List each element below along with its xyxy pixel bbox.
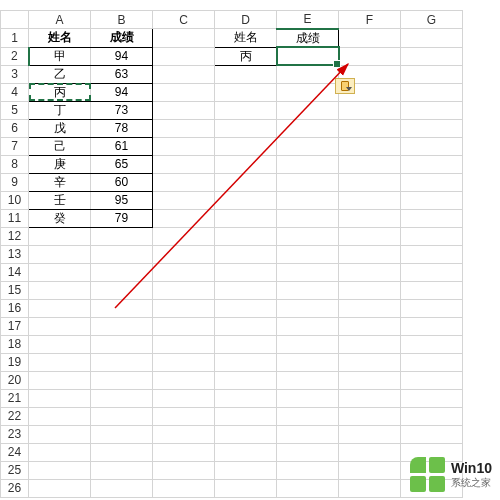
row-header-19[interactable]: 19 xyxy=(1,353,29,371)
cell-c1[interactable] xyxy=(153,29,215,48)
cell-g1[interactable] xyxy=(401,29,463,48)
cell-c3[interactable] xyxy=(153,65,215,83)
paste-options-button[interactable] xyxy=(335,78,355,94)
row-header-8[interactable]: 8 xyxy=(1,155,29,173)
row-header-16[interactable]: 16 xyxy=(1,299,29,317)
col-header-a[interactable]: A xyxy=(29,11,91,29)
cell-b5[interactable]: 73 xyxy=(91,101,153,119)
cell-c2[interactable] xyxy=(153,47,215,65)
cell-b2[interactable]: 94 xyxy=(91,47,153,65)
row-header-5[interactable]: 5 xyxy=(1,101,29,119)
row-header-25[interactable]: 25 xyxy=(1,461,29,479)
row-header-24[interactable]: 24 xyxy=(1,443,29,461)
cell-e3[interactable] xyxy=(277,65,339,83)
watermark-logo-icon xyxy=(410,457,445,492)
row-header-10[interactable]: 10 xyxy=(1,191,29,209)
col-header-f[interactable]: F xyxy=(339,11,401,29)
cell-d2[interactable]: 丙 xyxy=(215,47,277,65)
row-header-14[interactable]: 14 xyxy=(1,263,29,281)
row-header-23[interactable]: 23 xyxy=(1,425,29,443)
cell-a2[interactable]: 甲 xyxy=(29,47,91,65)
cell-b9[interactable]: 60 xyxy=(91,173,153,191)
cell-b8[interactable]: 65 xyxy=(91,155,153,173)
col-header-b[interactable]: B xyxy=(91,11,153,29)
cell-a1[interactable]: 姓名 xyxy=(29,29,91,48)
row-header-7[interactable]: 7 xyxy=(1,137,29,155)
row-header-6[interactable]: 6 xyxy=(1,119,29,137)
row-header-4[interactable]: 4 xyxy=(1,83,29,101)
cell-b3[interactable]: 63 xyxy=(91,65,153,83)
cell-e1[interactable]: 成绩 xyxy=(277,29,339,48)
row-header-17[interactable]: 17 xyxy=(1,317,29,335)
col-header-g[interactable]: G xyxy=(401,11,463,29)
cell-d4[interactable] xyxy=(215,83,277,101)
cell-a10[interactable]: 壬 xyxy=(29,191,91,209)
row-header-26[interactable]: 26 xyxy=(1,479,29,497)
cell-a8[interactable]: 庚 xyxy=(29,155,91,173)
cell-g2[interactable] xyxy=(401,47,463,65)
row-header-11[interactable]: 11 xyxy=(1,209,29,227)
cell-b1[interactable]: 成绩 xyxy=(91,29,153,48)
row-header-21[interactable]: 21 xyxy=(1,389,29,407)
cell-f2[interactable] xyxy=(339,47,401,65)
cell-b11[interactable]: 79 xyxy=(91,209,153,227)
spreadsheet-grid[interactable]: A B C D E F G 1 姓名 成绩 姓名 成绩 2 甲 94 丙 3 乙… xyxy=(0,10,463,498)
row-header-12[interactable]: 12 xyxy=(1,227,29,245)
cell-a7[interactable]: 己 xyxy=(29,137,91,155)
row-header-18[interactable]: 18 xyxy=(1,335,29,353)
cell-d1[interactable]: 姓名 xyxy=(215,29,277,48)
row-header-3[interactable]: 3 xyxy=(1,65,29,83)
watermark-line2: 系统之家 xyxy=(451,477,492,488)
cell-e4[interactable] xyxy=(277,83,339,101)
select-all-corner[interactable] xyxy=(1,11,29,29)
cell-b4[interactable]: 94 xyxy=(91,83,153,101)
col-header-e[interactable]: E xyxy=(277,11,339,29)
cell-a3[interactable]: 乙 xyxy=(29,65,91,83)
cell-c5[interactable] xyxy=(153,101,215,119)
cell-a5[interactable]: 丁 xyxy=(29,101,91,119)
watermark: Win10 系统之家 xyxy=(410,457,492,492)
cell-a11[interactable]: 癸 xyxy=(29,209,91,227)
cell-b7[interactable]: 61 xyxy=(91,137,153,155)
row-header-2[interactable]: 2 xyxy=(1,47,29,65)
row-header-9[interactable]: 9 xyxy=(1,173,29,191)
row-header-15[interactable]: 15 xyxy=(1,281,29,299)
cell-b10[interactable]: 95 xyxy=(91,191,153,209)
cell-c4[interactable] xyxy=(153,83,215,101)
dropdown-arrow-icon xyxy=(346,87,352,91)
row-header-13[interactable]: 13 xyxy=(1,245,29,263)
cell-f1[interactable] xyxy=(339,29,401,48)
cell-a4-copy-source[interactable]: 丙 xyxy=(29,83,91,101)
cell-a6[interactable]: 戊 xyxy=(29,119,91,137)
cell-g4[interactable] xyxy=(401,83,463,101)
col-header-c[interactable]: C xyxy=(153,11,215,29)
watermark-line1: Win10 xyxy=(451,461,492,476)
row-header-1[interactable]: 1 xyxy=(1,29,29,48)
row-header-22[interactable]: 22 xyxy=(1,407,29,425)
cell-b6[interactable]: 78 xyxy=(91,119,153,137)
col-header-d[interactable]: D xyxy=(215,11,277,29)
cell-g3[interactable] xyxy=(401,65,463,83)
row-header-20[interactable]: 20 xyxy=(1,371,29,389)
cell-a9[interactable]: 辛 xyxy=(29,173,91,191)
cell-e2-active[interactable] xyxy=(277,47,339,65)
cell-d3[interactable] xyxy=(215,65,277,83)
